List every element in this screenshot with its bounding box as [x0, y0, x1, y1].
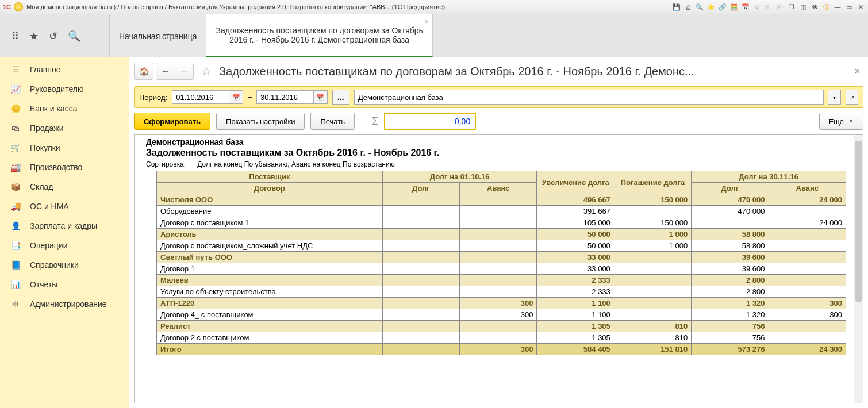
cell-debt [382, 275, 459, 286]
period-picker-button[interactable]: ... [332, 90, 349, 105]
cell-inc: 1 305 [537, 332, 614, 344]
table-row[interactable]: Договор 4_ с поставщиком3001 1001 320300 [157, 309, 846, 321]
history-icon[interactable]: ↺ [49, 30, 57, 43]
nav-purchases-label: Покупки [30, 143, 60, 152]
col-advance2: Аванс [769, 183, 846, 194]
col-debt2: Долг [692, 183, 769, 194]
maximize-icon[interactable]: ▭ [844, 2, 854, 12]
chart-icon: 📈 [10, 84, 21, 94]
cell-name: Реалист [157, 321, 383, 332]
cell-debt [382, 206, 459, 217]
tools-icon[interactable]: 🛠 [809, 2, 820, 12]
window-title: Моя демонстрационная база:) / Полные пра… [26, 3, 445, 10]
print-icon[interactable]: 🖨 [683, 2, 693, 12]
cell-rep: 810 [614, 332, 691, 344]
favorite-toggle-icon[interactable]: ☆ [201, 64, 212, 79]
cell-adv: 300 [460, 298, 537, 309]
cell-adv [460, 240, 537, 252]
save-icon[interactable]: 💾 [671, 2, 682, 12]
favorites-icon[interactable]: ★ [29, 30, 39, 43]
nav-forward-button[interactable]: → [175, 63, 193, 79]
sidebar-item-dicts[interactable]: 📘Справочники [0, 255, 129, 275]
apps-icon[interactable]: ⠿ [11, 30, 19, 43]
sum-input[interactable] [384, 113, 476, 130]
date-from-input[interactable] [172, 90, 229, 104]
cell-inc: 496 667 [537, 194, 614, 206]
sidebar-item-main[interactable]: ☰Главное [0, 60, 129, 79]
table-row[interactable]: Светлый путь ООО33 00039 600 [157, 252, 846, 263]
org-open-icon[interactable]: ↗ [846, 90, 858, 105]
sidebar-item-reports[interactable]: 📊Отчеты [0, 275, 129, 294]
coin-icon: 🪙 [10, 104, 21, 113]
table-row[interactable]: Договор 133 00039 600 [157, 263, 846, 275]
tab-start-page[interactable]: Начальная страница [109, 14, 206, 57]
m-minus-icon[interactable]: M- [775, 2, 785, 12]
table-row[interactable]: Реалист1 305810756 [157, 321, 846, 332]
cell-inc: 391 667 [537, 206, 614, 217]
cell-debt [382, 309, 459, 321]
sidebar-item-sales[interactable]: 🛍Продажи [0, 118, 129, 138]
cell-rep: 150 000 [614, 194, 691, 206]
report-area[interactable]: Демонстрационная база Задолженность пост… [134, 134, 863, 403]
table-row[interactable]: Чистюля ООО496 667150 000470 00024 000 [157, 194, 846, 206]
m-plus-icon[interactable]: M+ [763, 2, 774, 12]
calc-icon[interactable]: 🧮 [729, 2, 739, 12]
link-icon[interactable]: 🔗 [717, 2, 728, 12]
close-page-icon[interactable]: × [851, 66, 863, 76]
sidebar-item-admin[interactable]: ⚙Администрирование [0, 294, 129, 314]
cell-debt-end: 39 600 [692, 263, 769, 275]
cell-name: Услуги по объекту строительства [157, 286, 383, 298]
window-copy-icon[interactable]: ❐ [786, 2, 797, 12]
close-window-icon[interactable]: ✕ [855, 2, 866, 12]
date-to-calendar-icon[interactable]: 📅 [314, 90, 328, 104]
sidebar-item-purchases[interactable]: 🛒Покупки [0, 138, 129, 157]
org-dropdown-icon[interactable]: ▾ [828, 90, 841, 105]
sidebar-item-warehouse[interactable]: 📦Склад [0, 177, 129, 197]
date-from-calendar-icon[interactable]: 📅 [229, 90, 243, 104]
table-row[interactable]: Услуги по объекту строительства2 3332 80… [157, 286, 846, 298]
nav-back-button[interactable]: ← [156, 63, 175, 79]
vertical-scrollbar[interactable] [854, 135, 863, 403]
cell-rep [614, 275, 691, 286]
sidebar-item-bank[interactable]: 🪙Банк и касса [0, 99, 129, 118]
cell-adv [460, 286, 537, 298]
sidebar-item-manager[interactable]: 📈Руководителю [0, 79, 129, 99]
preview-icon[interactable]: 🔍 [694, 2, 705, 12]
tab-close-icon[interactable]: × [425, 18, 429, 26]
search-icon[interactable]: 🔍 [68, 30, 80, 43]
table-row[interactable]: Малеев2 3332 800 [157, 275, 846, 286]
cell-debt [382, 332, 459, 344]
nav-dicts-label: Справочники [30, 260, 79, 270]
settings-button[interactable]: Показать настройки [216, 113, 305, 130]
table-row[interactable]: Оборудование391 667470 000 [157, 206, 846, 217]
panels-icon[interactable]: ◫ [798, 2, 808, 12]
fav-add-icon[interactable]: ⭐ [706, 2, 716, 12]
date-to-input[interactable] [256, 90, 314, 104]
sidebar-item-os[interactable]: 🚚ОС и НМА [0, 197, 129, 216]
cell-debt [382, 229, 459, 240]
table-row[interactable]: Договор с поставщиком 1105 000150 00024 … [157, 217, 846, 229]
m-icon[interactable]: M [752, 2, 762, 12]
cell-adv [460, 194, 537, 206]
table-row[interactable]: Аристоль50 0001 00058 800 [157, 229, 846, 240]
table-row[interactable]: Договор с поставщиком_сложный учет НДС50… [157, 240, 846, 252]
more-button[interactable]: Еще [819, 113, 863, 130]
organization-input[interactable] [354, 90, 824, 105]
factory-icon: 🏭 [10, 163, 21, 172]
cell-rep [614, 286, 691, 298]
table-row[interactable]: АТП-12203001 1001 320300 [157, 298, 846, 309]
minimize-icon[interactable]: — [832, 2, 843, 12]
sidebar-item-operations[interactable]: 📑Операции [0, 236, 129, 255]
tab-report-active[interactable]: Задолженность поставщикам по договорам з… [206, 14, 432, 57]
bars-icon: 📊 [10, 280, 21, 289]
print-button[interactable]: Печать [310, 113, 355, 130]
info-icon[interactable]: ⓘ [821, 2, 831, 12]
app-1c-icon: 1C [2, 2, 11, 11]
sidebar-item-salary[interactable]: 👤Зарплата и кадры [0, 216, 129, 236]
table-row[interactable]: Договор 2 с поставщиком1 305810756 [157, 332, 846, 344]
calendar-icon[interactable]: 📅 [740, 2, 751, 12]
form-button[interactable]: Сформировать [134, 113, 210, 130]
home-button[interactable]: 🏠 [134, 63, 153, 80]
cell-debt-end [692, 217, 769, 229]
sidebar-item-production[interactable]: 🏭Производство [0, 157, 129, 177]
